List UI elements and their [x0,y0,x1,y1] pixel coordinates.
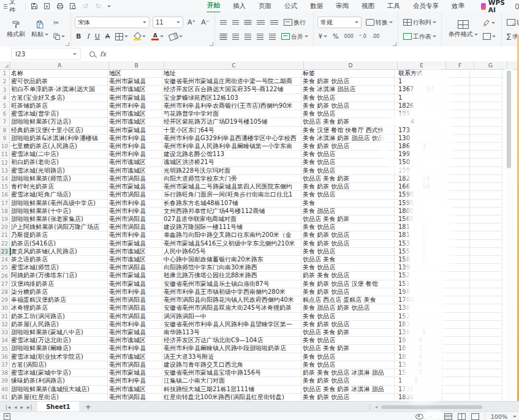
cell[interactable]: 江集镇二小南大门对面 [162,377,301,385]
row-header[interactable]: 21 [0,231,10,239]
cell[interactable]: 173 [395,127,442,135]
cell[interactable]: 027县道华联家电商城对面 [162,216,301,223]
row-header[interactable]: 5 [0,102,10,110]
row-header[interactable]: 25 [0,264,10,272]
cell[interactable]: 奶茶店(S416店) [10,240,108,248]
cell[interactable]: 亳州市谯城区 [108,353,162,361]
cell[interactable]: 美食 甜品店 [301,208,395,216]
menu-tab[interactable]: 效率 [451,1,465,12]
cell[interactable]: 饮品店 美食 [301,256,395,264]
row-header[interactable]: 39 [0,377,10,385]
rows-columns-button[interactable]: 行和列 [402,18,438,28]
sheet-tab-sheet1[interactable]: Sheet1 [37,402,79,412]
redo-icon[interactable]: ↻ [94,2,102,10]
align-left-button[interactable] [219,33,228,40]
currency-format-button[interactable]: ¥ [317,32,328,40]
cell[interactable]: 亳州市涡阳县 [108,264,162,272]
column-header[interactable]: D [304,61,398,69]
cell[interactable]: 150 [395,159,442,167]
cell[interactable]: 美食 冰淇淋 奶茶 甜品店 饮品 [301,135,395,143]
column-header[interactable]: E [398,61,446,69]
cell[interactable]: 158 09 [395,256,442,264]
cell[interactable] [442,288,470,296]
cell[interactable]: 亳州市利辛县利辛农商银行(王市店)西侧约90米 [162,102,301,110]
cell[interactable]: 美食 饮品店 [301,353,395,361]
cell[interactable] [470,280,502,288]
worksheet-button[interactable]: 工作表 [402,32,438,42]
decrease-indent-button[interactable] [256,20,266,25]
cell[interactable]: 美食 饮品店 [301,313,395,321]
cell[interactable]: 亳州市蒙城县 [108,240,162,248]
cell[interactable]: 沪上阿姨鲜果茶(涡阳万隆广场店 [10,223,108,231]
increase-indent-button[interactable] [269,20,279,25]
cell[interactable]: 涡河路涡阳一中 [162,313,301,321]
cell[interactable]: 奶茶屋(人民路店) [10,321,108,329]
cell[interactable]: 嵇康北路万佛塔公园往北88米路西 [162,272,301,280]
next-sheet-button[interactable]: ▸ [21,404,24,410]
cell[interactable]: 亳州市蒙城县 [108,94,162,102]
cell[interactable] [442,345,470,353]
cell[interactable]: 136 [395,304,442,312]
cell[interactable] [470,361,502,369]
italic-button[interactable]: I [85,32,90,41]
add-sheet-button[interactable]: + [79,403,97,411]
cell[interactable]: 1367 57 [395,86,442,94]
cell[interactable] [470,167,502,175]
bold-button[interactable]: B [75,32,82,41]
borders-button[interactable] [114,32,129,41]
cell[interactable]: 茶之语奶茶店 [10,256,108,264]
cell[interactable]: 美食 饮品店 [301,248,395,256]
cell[interactable] [470,86,502,94]
wrap-text-button[interactable]: 换行 [282,18,307,28]
cell[interactable] [470,248,502,256]
cell[interactable]: 泰鑫路与向阳中路交叉路口往东南约200米（金 [162,231,301,239]
cell[interactable]: 中心路中国邮政储蓄银行南20米路东 [162,256,301,264]
cell[interactable] [470,386,502,394]
font-group-expander[interactable] [210,42,213,46]
cell[interactable]: 地区 [108,70,162,78]
cell[interactable]: 亳州市涡阳县 [108,304,162,312]
cell[interactable]: 红星街转盘北100米路西(涡阳县红星街转盘) [162,394,301,402]
cell[interactable]: 130 [395,135,442,143]
cell[interactable] [470,183,502,191]
cell[interactable]: 138 5 [395,329,442,337]
cell[interactable] [442,329,470,337]
thousands-format-button[interactable]: 000 [343,33,355,40]
row-header[interactable]: 32 [0,321,10,329]
cell[interactable] [470,110,502,118]
status-dropdown-icon[interactable] [429,416,433,418]
cell[interactable]: 美食 冰淇淋 甜品店 [301,86,395,94]
search-icon[interactable] [515,4,519,9]
cell[interactable]: 蜜雪冰城(二中店) [10,151,108,159]
row-header[interactable]: 40 [0,386,10,394]
cell[interactable]: 甜啦啦鲜果茶(万达店) [10,118,108,126]
row-header[interactable]: 24 [0,256,10,264]
cell[interactable]: 1826 [395,102,442,110]
cell[interactable]: 甜啦啦鲜果茶(师范店) [10,175,108,183]
row-header[interactable]: 28 [0,288,10,296]
cell[interactable]: 亳州市蒙城县 [108,369,162,377]
cell[interactable]: 亳州市谯城区 [108,110,162,118]
cell[interactable]: 1805 [395,208,442,216]
cell[interactable]: 美食 甜品店 奶茶 饮品店 [301,304,395,312]
cell[interactable]: 美食 饮品店 [301,361,395,369]
cell[interactable] [470,216,502,223]
cell[interactable]: 1780 [395,296,442,304]
name-box[interactable]: I23 [11,48,81,60]
cell[interactable] [470,345,502,353]
cell[interactable]: 152 [395,313,442,321]
cell[interactable]: 奶茶 美食 饮品店 [301,272,395,280]
cell[interactable] [442,191,470,199]
print-icon[interactable] [56,2,64,10]
cell[interactable]: 亳州市谯城区 [108,167,162,175]
cell[interactable]: 1590 [395,191,442,199]
cell[interactable]: 美食 奶茶 饮品店 [301,240,395,248]
cell[interactable] [442,361,470,369]
underline-button[interactable]: U [94,32,101,41]
cell[interactable] [442,272,470,280]
cell[interactable]: 亳州市利辛县 [108,200,162,208]
row-header[interactable]: 41 [0,394,10,402]
row-header[interactable]: 36 [0,353,10,361]
cell[interactable]: 名称 [10,70,108,78]
align-bottom-button[interactable] [243,20,252,25]
